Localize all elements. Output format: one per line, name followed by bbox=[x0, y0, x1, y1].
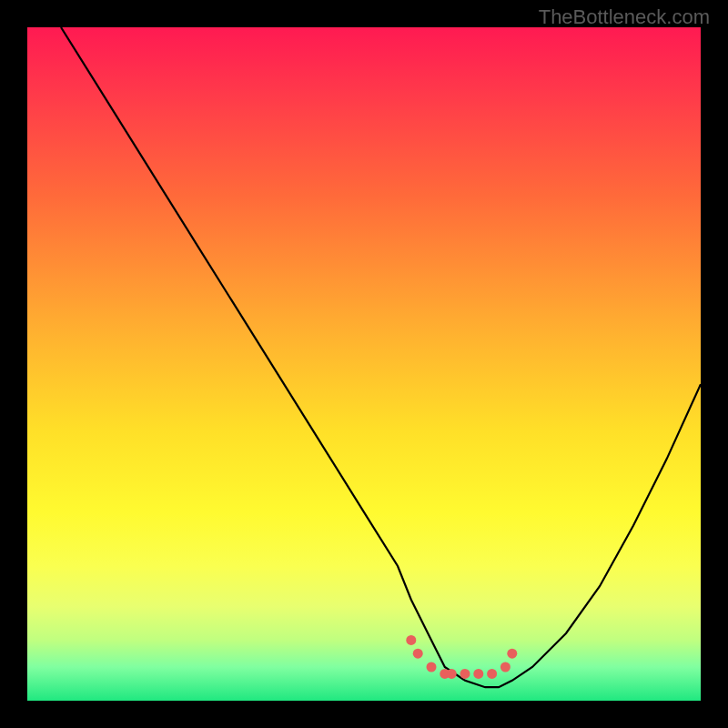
chart-gradient-background bbox=[27, 27, 701, 701]
watermark-text: TheBottleneck.com bbox=[539, 5, 710, 29]
